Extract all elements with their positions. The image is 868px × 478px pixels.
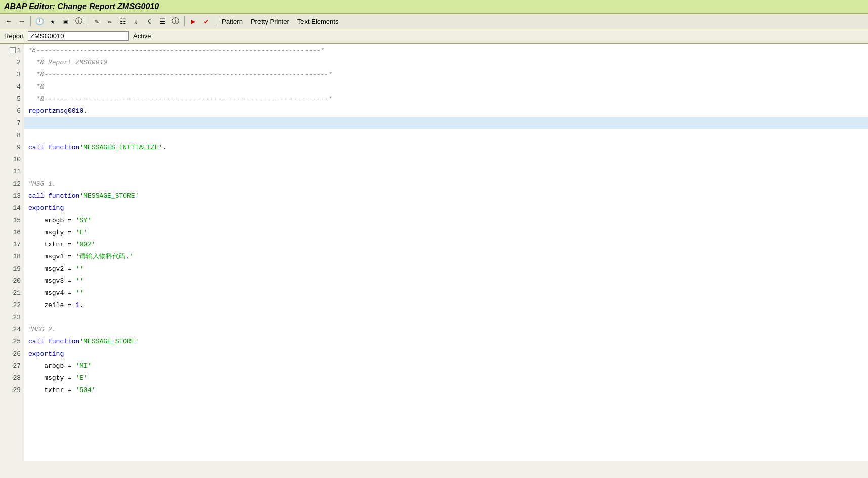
network-icon[interactable]: ☇: [144, 16, 155, 27]
code-line[interactable]: "MSG 2.: [24, 323, 868, 335]
page-title: ABAP Editor: Change Report ZMSG0010: [4, 2, 159, 11]
line-number: 20: [0, 275, 24, 287]
code-line[interactable]: msgty = 'E': [24, 226, 868, 238]
history-icon[interactable]: 🕐: [34, 16, 45, 27]
code-line[interactable]: call function 'MESSAGE_STORE': [24, 190, 868, 202]
code-line[interactable]: [24, 153, 868, 165]
pattern-button[interactable]: Pattern: [219, 17, 246, 26]
line-number: 18: [0, 250, 24, 263]
code-area: −123456789101112131415161718192021222324…: [0, 44, 868, 461]
line-numbers: −123456789101112131415161718192021222324…: [0, 44, 24, 461]
text-elements-button[interactable]: Text Elements: [294, 17, 342, 26]
line-number: 28: [0, 372, 24, 384]
line-number: 5: [0, 93, 24, 105]
line-number: 17: [0, 238, 24, 250]
code-line[interactable]: "MSG 1.: [24, 178, 868, 190]
code-content[interactable]: *&--------------------------------------…: [24, 44, 868, 461]
title-bar: ABAP Editor: Change Report ZMSG0010: [0, 0, 868, 14]
line-number: 10: [0, 153, 24, 165]
pretty-printer-button[interactable]: Pretty Printer: [248, 17, 292, 26]
line-number: 3: [0, 68, 24, 80]
line-number: 12: [0, 178, 24, 190]
code-line[interactable]: msgv3 = '': [24, 275, 868, 287]
code-line[interactable]: txtnr = '002': [24, 238, 868, 250]
code-line[interactable]: *&--------------------------------------…: [24, 44, 868, 56]
line-number: 9: [0, 141, 24, 153]
code-line[interactable]: [24, 129, 868, 141]
report-label: Report: [4, 32, 24, 40]
report-status: Active: [133, 32, 151, 40]
toolbar: ← → 🕐 ★ ▣ ⓘ ✎ ✏ ☷ ⇓ ☇ ☰ ⓘ ▶ ✔ Pattern Pr…: [0, 14, 868, 29]
code-line[interactable]: arbgb = 'MI': [24, 360, 868, 372]
report-name-input[interactable]: [28, 31, 129, 41]
code-line[interactable]: arbgb = 'SY': [24, 214, 868, 226]
line-number: 23: [0, 311, 24, 323]
code-line[interactable]: msgv1 = '请输入物料代码.': [24, 250, 868, 263]
table-icon[interactable]: ☷: [117, 16, 128, 27]
line-number: 4: [0, 80, 24, 93]
edit-icon[interactable]: ✎: [91, 16, 102, 27]
import-icon[interactable]: ⇓: [131, 16, 142, 27]
code-line[interactable]: call function 'MESSAGES_INITIALIZE'.: [24, 141, 868, 153]
code-line[interactable]: zeile = 1.: [24, 299, 868, 311]
code-line[interactable]: *&: [24, 80, 868, 93]
line-number: 21: [0, 287, 24, 299]
info-icon[interactable]: ⓘ: [73, 16, 84, 27]
line-number: 2: [0, 56, 24, 68]
code-line[interactable]: *&--------------------------------------…: [24, 68, 868, 80]
line-number: 11: [0, 165, 24, 178]
activate-icon[interactable]: ▶: [188, 16, 199, 27]
line-number: 24: [0, 323, 24, 335]
sep1: [30, 16, 31, 26]
line-number: 13: [0, 190, 24, 202]
line-number: 14: [0, 202, 24, 214]
sep3: [184, 16, 185, 26]
line-number: 6: [0, 105, 24, 117]
check-icon[interactable]: ✔: [201, 16, 212, 27]
code-line[interactable]: msgv4 = '': [24, 287, 868, 299]
list-icon[interactable]: ☰: [157, 16, 168, 27]
sep4: [215, 16, 215, 26]
pencil-icon[interactable]: ✏: [104, 16, 115, 27]
line-number: 16: [0, 226, 24, 238]
code-line[interactable]: [24, 165, 868, 178]
line-number: 8: [0, 129, 24, 141]
line-number: 19: [0, 263, 24, 275]
code-line[interactable]: *& Report ZMSG0010: [24, 56, 868, 68]
code-line[interactable]: txtnr = '504': [24, 384, 868, 396]
forward-icon[interactable]: →: [16, 16, 27, 27]
code-line[interactable]: *&--------------------------------------…: [24, 93, 868, 105]
code-line[interactable]: exporting: [24, 347, 868, 360]
code-line[interactable]: [24, 311, 868, 323]
code-line[interactable]: msgv2 = '': [24, 263, 868, 275]
report-bar: Report Active: [0, 29, 868, 44]
favorites-icon[interactable]: ★: [47, 16, 58, 27]
copy-icon[interactable]: ▣: [60, 16, 71, 27]
collapse-button[interactable]: −: [10, 47, 16, 53]
code-line[interactable]: [24, 117, 868, 129]
line-number: 27: [0, 360, 24, 372]
line-number: 7: [0, 117, 24, 129]
line-number: −1: [0, 44, 24, 56]
code-line[interactable]: report zmsg0010.: [24, 105, 868, 117]
line-number: 22: [0, 299, 24, 311]
line-number: 29: [0, 384, 24, 396]
sep2: [88, 16, 88, 26]
code-line[interactable]: call function 'MESSAGE_STORE': [24, 335, 868, 347]
code-line[interactable]: msgty = 'E': [24, 372, 868, 384]
line-number: 15: [0, 214, 24, 226]
info2-icon[interactable]: ⓘ: [170, 16, 181, 27]
code-line[interactable]: exporting: [24, 202, 868, 214]
line-number: 26: [0, 347, 24, 360]
line-number: 25: [0, 335, 24, 347]
back-icon[interactable]: ←: [3, 16, 14, 27]
